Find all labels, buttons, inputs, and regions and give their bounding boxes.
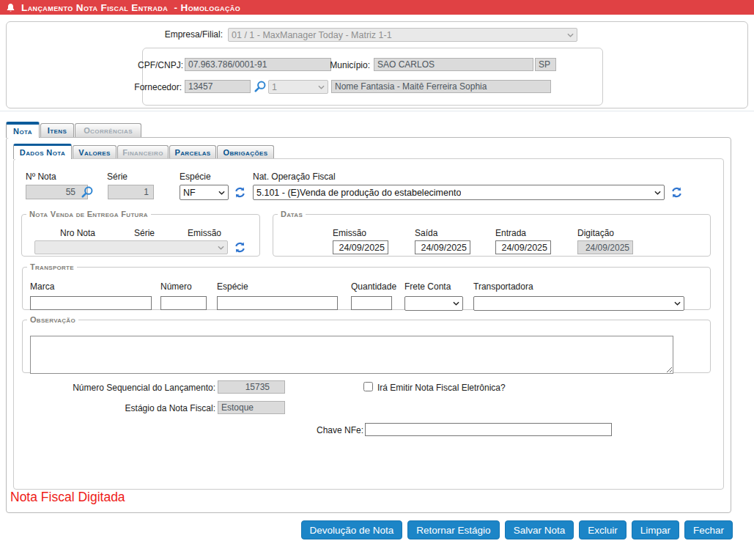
especie-select[interactable]: NF (180, 185, 229, 200)
nat-operacao-value: 5.101 - (E)Venda de produção do estabele… (256, 188, 461, 198)
fornecedor-nome-field: Nome Fantasia - Maitê Ferreira Sophia (331, 80, 551, 93)
fornecedor-box: CPF/CNPJ: 07.963.786/0001-91 Município: … (142, 48, 603, 106)
observacao-textarea[interactable] (30, 336, 673, 374)
num-nota-label: Nº Nota (26, 172, 56, 182)
fornecedor-loja-value: 1 (272, 82, 277, 92)
numero-label: Número (160, 281, 192, 292)
saida-input[interactable] (415, 240, 470, 254)
fechar-button[interactable]: Fechar (684, 520, 733, 539)
datas-legend: Datas (278, 210, 306, 218)
transporte-fieldset: Transporte Marca Número Espécie Quantida… (22, 262, 711, 310)
serie-ef-label: Série (134, 228, 155, 238)
emitir-nfe-label: Irá Emitir Nota Fiscal Eletrônica? (377, 383, 506, 393)
frete-conta-select[interactable] (404, 296, 463, 311)
subtab-valores[interactable]: Valores (73, 145, 117, 158)
municipio-label: Município: (330, 60, 370, 70)
serie-label: Série (107, 172, 127, 182)
quantidade-label: Quantidade (351, 281, 396, 292)
fornecedor-code-field: 13457 (185, 80, 251, 93)
serie-field: 1 (108, 185, 154, 199)
especie-transporte-label: Espécie (217, 281, 248, 292)
marca-label: Marca (30, 281, 54, 292)
chave-nfe-label: Chave NFe: (317, 425, 363, 435)
especie-value: NF (183, 188, 196, 198)
bell-icon (6, 3, 15, 12)
limpar-button[interactable]: Limpar (632, 520, 679, 539)
observacao-fieldset: Observação (22, 315, 711, 373)
entrega-futura-select (34, 240, 228, 254)
subtab-dados-nota[interactable]: Dados Nota (13, 144, 72, 159)
refresh-icon[interactable] (234, 241, 246, 254)
subtab-parcelas[interactable]: Parcelas (169, 145, 216, 158)
uf-field: SP (535, 58, 556, 71)
entrada-input[interactable] (495, 240, 551, 254)
municipio-field: SAO CARLOS (374, 58, 533, 71)
num-nota-field: 55 (26, 185, 88, 199)
nat-operacao-select[interactable]: 5.101 - (E)Venda de produção do estabele… (253, 185, 665, 200)
salvar-nota-button[interactable]: Salvar Nota (505, 520, 574, 539)
digitacao-field: 24/09/2025 (577, 240, 633, 254)
cpf-cnpj-label: CPF/CNPJ: (138, 60, 183, 70)
retornar-estagio-button[interactable]: Retornar Estágio (407, 520, 499, 539)
nro-nota-label: Nro Nota (60, 228, 95, 238)
especie-transporte-input[interactable] (217, 296, 338, 310)
entrega-futura-fieldset: Nota Venda de Entrega Futura Nro Nota Sé… (21, 210, 260, 257)
cpf-cnpj-field: 07.963.786/0001-91 (185, 58, 331, 71)
search-icon[interactable] (81, 185, 94, 199)
page-title: Lançamento Nota Fiscal Entrada - Homolog… (21, 2, 240, 13)
transportadora-select[interactable] (473, 296, 684, 311)
digitacao-label: Digitação (577, 228, 614, 238)
empresa-filial-select: 01 / 1 - MaxManager Today - Matriz 1-1 (228, 28, 577, 42)
fornecedor-label: Fornecedor: (134, 82, 182, 92)
transporte-legend: Transporte (27, 262, 77, 271)
subtab-financeiro: Financeiro (117, 145, 169, 158)
frete-conta-label: Frete Conta (404, 281, 451, 292)
tab-itens[interactable]: Itens (40, 123, 74, 137)
datas-fieldset: Datas Emissão Saída Entrada Digitação 24… (273, 210, 711, 257)
emissao-input[interactable] (333, 240, 388, 254)
action-buttons: Devolução de Nota Retornar Estágio Salva… (301, 520, 733, 539)
chave-nfe-input[interactable] (365, 423, 612, 436)
tab-nota[interactable]: Nota (6, 122, 40, 138)
header-box: Empresa/Filial: 01 / 1 - MaxManager Toda… (6, 21, 748, 108)
observacao-legend: Observação (27, 315, 78, 324)
devolucao-de-nota-button[interactable]: Devolução de Nota (301, 520, 403, 539)
marca-input[interactable] (30, 296, 152, 310)
chevron-down-icon (453, 301, 459, 306)
tab-ocorrencias: Ocorrências (75, 123, 141, 137)
estagio-field: Estoque (218, 401, 285, 414)
chevron-down-icon (654, 191, 661, 195)
especie-label: Espécie (180, 172, 211, 182)
chevron-down-icon (218, 191, 225, 195)
chevron-down-icon (674, 301, 681, 306)
empresa-filial-value: 01 / 1 - MaxManager Today - Matriz 1-1 (232, 30, 392, 40)
saida-label: Saída (415, 228, 437, 238)
quantidade-input[interactable] (351, 296, 392, 310)
subtab-obrigacoes[interactable]: Obrigações (217, 145, 274, 158)
chevron-down-icon (218, 246, 224, 250)
emissao-ef-label: Emissão (188, 228, 221, 238)
excluir-button[interactable]: Excluir (579, 520, 627, 539)
chevron-down-icon (567, 33, 574, 37)
separator-line (0, 111, 754, 111)
fornecedor-loja-select: 1 (268, 80, 328, 94)
search-icon[interactable] (254, 80, 267, 93)
title-bar: Lançamento Nota Fiscal Entrada - Homolog… (0, 0, 754, 15)
estagio-label: Estágio da Nota Fiscal: (125, 403, 215, 413)
status-message: Nota Fiscal Digitada (10, 490, 125, 505)
chevron-down-icon (318, 85, 325, 89)
empresa-filial-label: Empresa/Filial: (165, 29, 223, 40)
transportadora-label: Transportadora (473, 281, 533, 292)
sequencial-field: 15735 (218, 380, 285, 394)
nota-fiscal-entrada-screen: Lançamento Nota Fiscal Entrada - Homolog… (0, 0, 754, 560)
sequencial-label: Número Sequencial do Lançamento: (73, 383, 215, 393)
refresh-icon[interactable] (670, 186, 683, 199)
entrega-futura-legend: Nota Venda de Entrega Futura (26, 210, 151, 218)
refresh-icon[interactable] (234, 186, 246, 199)
emissao-label: Emissão (333, 228, 366, 238)
entrada-label: Entrada (495, 228, 526, 238)
numero-input[interactable] (160, 296, 207, 310)
nat-operacao-label: Nat. Operação Fiscal (253, 172, 336, 182)
emitir-nfe-checkbox[interactable] (363, 382, 373, 391)
